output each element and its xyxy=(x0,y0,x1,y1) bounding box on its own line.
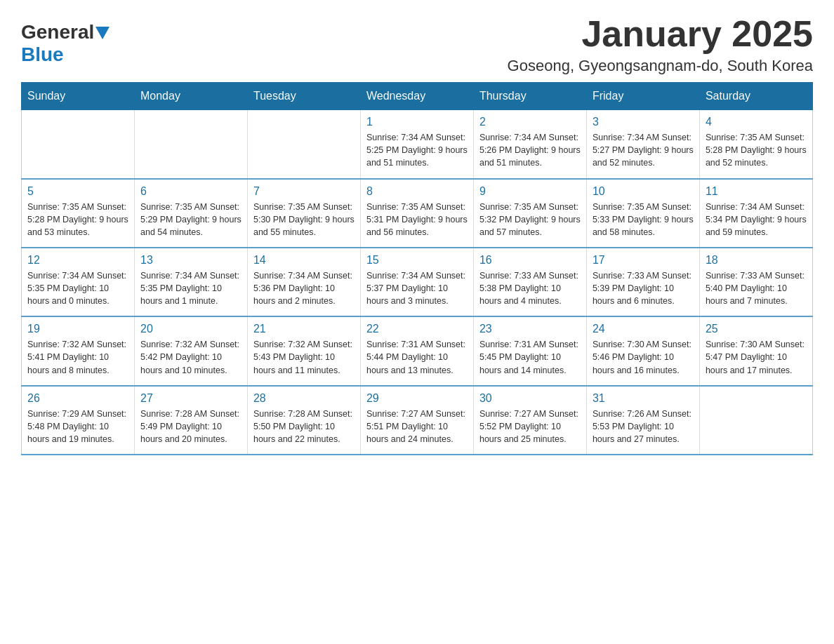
title-area: January 2025 Goseong, Gyeongsangnam-do, … xyxy=(508,14,813,75)
logo-blue-text: Blue xyxy=(21,43,64,66)
general-word: General xyxy=(21,21,94,43)
day-number: 26 xyxy=(27,392,128,405)
day-info: Sunrise: 7:31 AM Sunset: 5:44 PM Dayligh… xyxy=(366,338,468,376)
day-number: 12 xyxy=(27,254,128,267)
day-info: Sunrise: 7:35 AM Sunset: 5:32 PM Dayligh… xyxy=(479,201,581,239)
header: General Blue January 2025 Goseong, Gyeon… xyxy=(21,14,813,75)
day-number: 2 xyxy=(479,116,581,128)
day-number: 6 xyxy=(140,185,241,198)
day-number: 18 xyxy=(706,254,807,267)
day-number: 5 xyxy=(27,185,128,198)
day-info: Sunrise: 7:34 AM Sunset: 5:37 PM Dayligh… xyxy=(366,269,468,307)
header-thursday: Thursday xyxy=(473,83,586,110)
calendar-day-cell: 5Sunrise: 7:35 AM Sunset: 5:28 PM Daylig… xyxy=(22,179,135,248)
day-info: Sunrise: 7:27 AM Sunset: 5:51 PM Dayligh… xyxy=(366,408,468,445)
calendar-day-cell: 18Sunrise: 7:33 AM Sunset: 5:40 PM Dayli… xyxy=(699,248,812,316)
day-number: 19 xyxy=(27,323,128,335)
day-number: 4 xyxy=(706,116,807,128)
calendar-day-cell: 22Sunrise: 7:31 AM Sunset: 5:44 PM Dayli… xyxy=(360,316,473,385)
calendar-day-cell: 14Sunrise: 7:34 AM Sunset: 5:36 PM Dayli… xyxy=(247,248,360,316)
header-sunday: Sunday xyxy=(22,83,135,110)
day-info: Sunrise: 7:32 AM Sunset: 5:42 PM Dayligh… xyxy=(140,338,241,376)
calendar-day-cell: 20Sunrise: 7:32 AM Sunset: 5:42 PM Dayli… xyxy=(134,316,247,385)
day-number: 20 xyxy=(140,323,241,335)
day-info: Sunrise: 7:33 AM Sunset: 5:40 PM Dayligh… xyxy=(706,269,807,307)
day-number: 14 xyxy=(253,254,355,267)
day-number: 29 xyxy=(366,392,468,405)
calendar-day-cell: 6Sunrise: 7:35 AM Sunset: 5:29 PM Daylig… xyxy=(134,179,247,248)
day-number: 10 xyxy=(593,185,694,198)
header-monday: Monday xyxy=(134,83,247,110)
calendar-day-cell: 11Sunrise: 7:34 AM Sunset: 5:34 PM Dayli… xyxy=(699,179,812,248)
calendar-day-cell: 12Sunrise: 7:34 AM Sunset: 5:35 PM Dayli… xyxy=(22,248,135,316)
day-info: Sunrise: 7:35 AM Sunset: 5:33 PM Dayligh… xyxy=(593,201,694,239)
day-info: Sunrise: 7:34 AM Sunset: 5:26 PM Dayligh… xyxy=(479,131,581,169)
day-number: 31 xyxy=(593,392,694,405)
day-info: Sunrise: 7:30 AM Sunset: 5:47 PM Dayligh… xyxy=(706,338,807,376)
calendar-week-row: 5Sunrise: 7:35 AM Sunset: 5:28 PM Daylig… xyxy=(22,179,813,248)
calendar-table: SundayMondayTuesdayWednesdayThursdayFrid… xyxy=(21,82,813,455)
day-number: 16 xyxy=(479,254,581,267)
calendar-day-cell: 8Sunrise: 7:35 AM Sunset: 5:31 PM Daylig… xyxy=(360,179,473,248)
calendar-week-row: 1Sunrise: 7:34 AM Sunset: 5:25 PM Daylig… xyxy=(22,110,813,179)
calendar-day-cell: 17Sunrise: 7:33 AM Sunset: 5:39 PM Dayli… xyxy=(586,248,699,316)
day-info: Sunrise: 7:34 AM Sunset: 5:25 PM Dayligh… xyxy=(366,131,468,169)
calendar-day-cell: 19Sunrise: 7:32 AM Sunset: 5:41 PM Dayli… xyxy=(22,316,135,385)
calendar-day-cell xyxy=(134,110,247,179)
day-info: Sunrise: 7:35 AM Sunset: 5:28 PM Dayligh… xyxy=(27,201,128,239)
logo-general-text: General xyxy=(21,21,110,43)
calendar-body: 1Sunrise: 7:34 AM Sunset: 5:25 PM Daylig… xyxy=(22,110,813,455)
calendar-day-cell: 23Sunrise: 7:31 AM Sunset: 5:45 PM Dayli… xyxy=(473,316,586,385)
day-info: Sunrise: 7:28 AM Sunset: 5:50 PM Dayligh… xyxy=(253,408,355,445)
day-info: Sunrise: 7:34 AM Sunset: 5:36 PM Dayligh… xyxy=(253,269,355,307)
calendar-day-cell: 7Sunrise: 7:35 AM Sunset: 5:30 PM Daylig… xyxy=(247,179,360,248)
logo-triangle-icon xyxy=(95,27,110,39)
calendar-day-cell: 27Sunrise: 7:28 AM Sunset: 5:49 PM Dayli… xyxy=(134,386,247,455)
calendar-day-cell: 31Sunrise: 7:26 AM Sunset: 5:53 PM Dayli… xyxy=(586,386,699,455)
day-info: Sunrise: 7:33 AM Sunset: 5:38 PM Dayligh… xyxy=(479,269,581,307)
day-number: 21 xyxy=(253,323,355,335)
calendar-header: SundayMondayTuesdayWednesdayThursdayFrid… xyxy=(22,83,813,110)
day-info: Sunrise: 7:27 AM Sunset: 5:52 PM Dayligh… xyxy=(479,408,581,445)
day-number: 22 xyxy=(366,323,468,335)
header-row: SundayMondayTuesdayWednesdayThursdayFrid… xyxy=(22,83,813,110)
day-info: Sunrise: 7:35 AM Sunset: 5:31 PM Dayligh… xyxy=(366,201,468,239)
calendar-day-cell xyxy=(22,110,135,179)
calendar-day-cell: 10Sunrise: 7:35 AM Sunset: 5:33 PM Dayli… xyxy=(586,179,699,248)
calendar-day-cell: 13Sunrise: 7:34 AM Sunset: 5:35 PM Dayli… xyxy=(134,248,247,316)
day-info: Sunrise: 7:28 AM Sunset: 5:49 PM Dayligh… xyxy=(140,408,241,445)
day-number: 9 xyxy=(479,185,581,198)
calendar-day-cell: 21Sunrise: 7:32 AM Sunset: 5:43 PM Dayli… xyxy=(247,316,360,385)
calendar-day-cell: 28Sunrise: 7:28 AM Sunset: 5:50 PM Dayli… xyxy=(247,386,360,455)
day-number: 24 xyxy=(593,323,694,335)
calendar-day-cell: 26Sunrise: 7:29 AM Sunset: 5:48 PM Dayli… xyxy=(22,386,135,455)
day-number: 28 xyxy=(253,392,355,405)
day-info: Sunrise: 7:34 AM Sunset: 5:34 PM Dayligh… xyxy=(706,201,807,239)
day-info: Sunrise: 7:31 AM Sunset: 5:45 PM Dayligh… xyxy=(479,338,581,376)
calendar-day-cell: 4Sunrise: 7:35 AM Sunset: 5:28 PM Daylig… xyxy=(699,110,812,179)
calendar-day-cell: 16Sunrise: 7:33 AM Sunset: 5:38 PM Dayli… xyxy=(473,248,586,316)
calendar-day-cell: 2Sunrise: 7:34 AM Sunset: 5:26 PM Daylig… xyxy=(473,110,586,179)
day-number: 23 xyxy=(479,323,581,335)
calendar-day-cell: 3Sunrise: 7:34 AM Sunset: 5:27 PM Daylig… xyxy=(586,110,699,179)
calendar-day-cell: 1Sunrise: 7:34 AM Sunset: 5:25 PM Daylig… xyxy=(360,110,473,179)
calendar-day-cell: 29Sunrise: 7:27 AM Sunset: 5:51 PM Dayli… xyxy=(360,386,473,455)
calendar-week-row: 19Sunrise: 7:32 AM Sunset: 5:41 PM Dayli… xyxy=(22,316,813,385)
day-info: Sunrise: 7:32 AM Sunset: 5:41 PM Dayligh… xyxy=(27,338,128,376)
calendar-day-cell: 9Sunrise: 7:35 AM Sunset: 5:32 PM Daylig… xyxy=(473,179,586,248)
day-info: Sunrise: 7:34 AM Sunset: 5:35 PM Dayligh… xyxy=(27,269,128,307)
calendar-day-cell xyxy=(247,110,360,179)
header-tuesday: Tuesday xyxy=(247,83,360,110)
location-subtitle: Goseong, Gyeongsangnam-do, South Korea xyxy=(508,57,813,75)
calendar-day-cell: 24Sunrise: 7:30 AM Sunset: 5:46 PM Dayli… xyxy=(586,316,699,385)
day-number: 27 xyxy=(140,392,241,405)
calendar-title: January 2025 xyxy=(508,14,813,54)
day-number: 30 xyxy=(479,392,581,405)
day-number: 15 xyxy=(366,254,468,267)
header-saturday: Saturday xyxy=(699,83,812,110)
day-info: Sunrise: 7:32 AM Sunset: 5:43 PM Dayligh… xyxy=(253,338,355,376)
day-info: Sunrise: 7:35 AM Sunset: 5:28 PM Dayligh… xyxy=(706,131,807,169)
day-number: 1 xyxy=(366,116,468,128)
day-number: 7 xyxy=(253,185,355,198)
day-info: Sunrise: 7:33 AM Sunset: 5:39 PM Dayligh… xyxy=(593,269,694,307)
